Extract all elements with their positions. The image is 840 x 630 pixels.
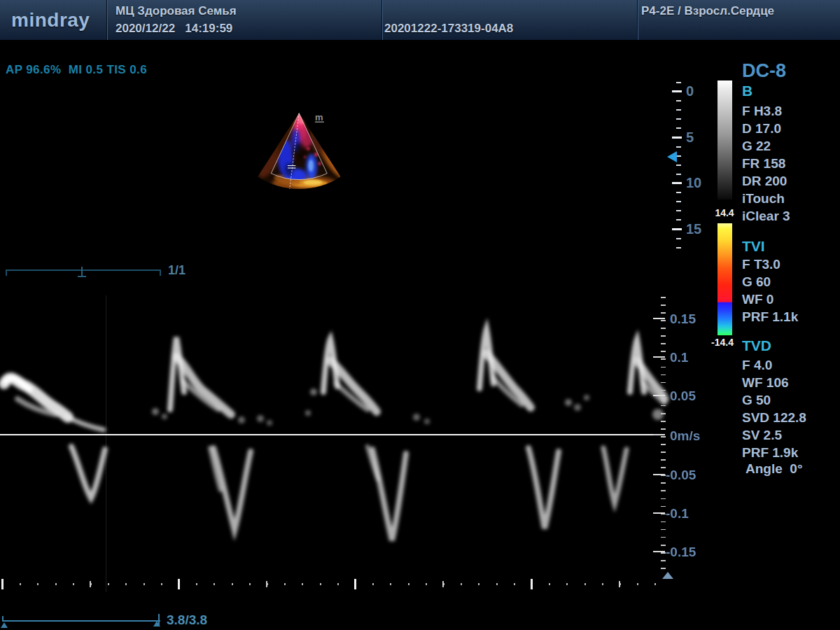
velocity-major-tick (653, 474, 665, 475)
grayscale-bar (718, 80, 732, 200)
velocity-label-neg015: -0.15 (666, 545, 696, 560)
doppler-baseline[interactable] (0, 434, 664, 435)
bmode-param-iclear: iClear 3 (742, 209, 790, 224)
time-axis-major-ticks (1, 579, 664, 589)
spectral-doppler-trace (0, 294, 665, 595)
velocity-major-tick (653, 356, 665, 358)
cine-bar-right-cap (160, 270, 161, 276)
velocity-ruler-ticks (661, 297, 666, 575)
focus-position-arrow-icon[interactable] (667, 151, 677, 162)
tvd-param-frequency: F 4.0 (742, 358, 772, 373)
bmode-param-framerate: FR 158 (742, 156, 785, 172)
velocity-label-neg01: -0.1 (666, 506, 689, 522)
velocity-label-pos01: 0.1 (670, 350, 688, 365)
color-scale-max: 14.4 (710, 207, 739, 218)
sweep-time-counter: 3.8/3.8 (167, 612, 207, 628)
tvd-param-svd: SVD 122.8 (742, 410, 806, 426)
tvd-param-sv: SV 2.5 (742, 428, 782, 443)
velocity-major-tick (653, 512, 665, 514)
depth-ruler-major-tick (672, 228, 682, 230)
tvi-param-frequency: F T3.0 (742, 257, 780, 272)
header-divider (637, 0, 638, 40)
depth-label-15: 15 (686, 221, 701, 237)
velocity-major-tick (653, 551, 665, 552)
cine-position-marker-base (78, 276, 86, 277)
probe-preset: P4-2E / Взросл.Сердце (641, 4, 774, 18)
mindray-logo: mindray (11, 9, 90, 31)
depth-label-0: 0 (686, 83, 694, 99)
depth-label-5: 5 (686, 130, 694, 146)
facility-name: МЦ Здоровая Семья (115, 4, 237, 18)
bmode-param-gain: G 22 (742, 139, 771, 154)
tvi-param-wallfilter: WF 0 (742, 292, 774, 307)
bmode-label: B (742, 83, 752, 99)
sweep-time-bar[interactable] (2, 620, 160, 622)
mline-marker-label: m (315, 112, 323, 122)
tvd-label: TVD (742, 337, 771, 354)
color-doppler-scale-bar (718, 223, 732, 335)
bmode-color-sector-image: m (248, 77, 479, 259)
baseline-position-arrow-icon[interactable] (662, 572, 673, 579)
depth-ruler-major-tick (672, 182, 682, 184)
sweep-bar-left-tick (2, 616, 4, 622)
cine-frame-counter: 1/1 (168, 263, 186, 278)
tvi-param-gain: G 60 (742, 274, 771, 290)
velocity-label-zero: 0m/s (670, 428, 700, 444)
header-bar: mindray МЦ Здоровая Семья 2020/12/22 14:… (0, 0, 840, 42)
velocity-major-tick (653, 395, 665, 396)
header-divider (382, 0, 383, 40)
header-divider (106, 0, 108, 40)
machine-model-label: DC-8 (742, 60, 786, 82)
bmode-param-dynamicrange: DR 200 (742, 174, 787, 189)
tvi-label: TVI (742, 238, 765, 255)
sweep-left-arrow-icon (1, 622, 8, 628)
ultrasound-screen: mindray МЦ Здоровая Семья 2020/12/22 14:… (0, 0, 840, 630)
bmode-param-depth: D 17.0 (742, 121, 781, 136)
tvd-param-gain: G 50 (742, 393, 771, 408)
depth-ruler-major-tick (672, 90, 682, 92)
depth-label-10: 10 (686, 175, 701, 191)
cine-bar-left-cap (6, 270, 7, 276)
depth-ruler-major-tick (672, 136, 682, 139)
tvi-param-prf: PRF 1.1k (742, 309, 798, 325)
sweep-right-arrow-icon (153, 621, 160, 626)
bmode-param-frequency: F H3.8 (742, 104, 782, 119)
exam-datetime: 2020/12/22 14:19:59 (115, 22, 232, 36)
velocity-label-neg005: -0.05 (666, 468, 696, 483)
bmode-param-itouch: iTouch (742, 191, 785, 206)
acoustic-output-status: AP 96.6% MI 0.5 TIS 0.6 (6, 63, 147, 77)
exam-id: 20201222-173319-04A8 (384, 22, 513, 36)
velocity-major-tick (653, 318, 665, 319)
velocity-major-tick (653, 434, 665, 435)
mline-marker-underline (315, 122, 324, 122)
cine-bar[interactable] (6, 270, 161, 271)
color-scale-min: -14.4 (706, 337, 739, 348)
velocity-label-pos015: 0.15 (670, 312, 696, 327)
tvd-param-angle: Angle 0° (742, 461, 803, 477)
velocity-label-pos005: 0.05 (670, 388, 696, 404)
tvd-param-prf: PRF 1.9k (742, 445, 798, 461)
tvd-param-wallfilter: WF 106 (742, 375, 789, 391)
